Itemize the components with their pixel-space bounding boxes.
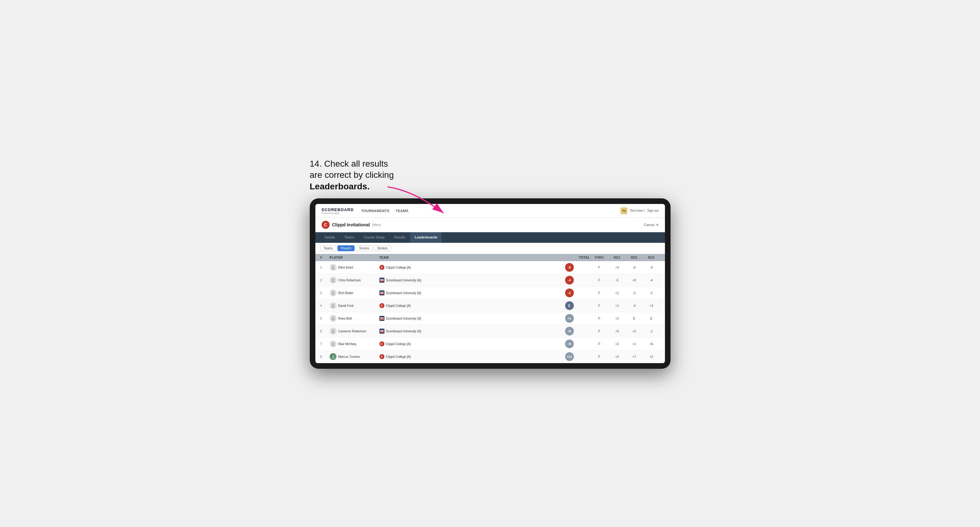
row-rd3: +2: [643, 355, 660, 359]
row-rd3: -1: [643, 330, 660, 333]
row-rank: 2: [320, 279, 330, 282]
team-logo-clippd: C: [379, 341, 384, 346]
row-rd1: +1: [609, 304, 626, 308]
svg-point-11: [332, 330, 334, 332]
row-total: +9: [565, 340, 590, 348]
table-row[interactable]: 4 David Ford C Clippd College [A] E F +1…: [315, 299, 665, 312]
annotation-bold: Leaderboards.: [310, 182, 370, 191]
team-name: Clippd College [A]: [386, 342, 411, 346]
svg-point-3: [332, 279, 334, 281]
row-thru: F: [590, 330, 609, 333]
tournament-header: C Clippd Invitational (Men) Cancel ✕: [315, 217, 665, 232]
filter-players[interactable]: Players: [337, 245, 355, 251]
score-badge: E: [565, 301, 574, 310]
player-name: Blair McHarg: [338, 342, 356, 346]
tablet-frame: SCOREBOARD Powered by clippd TOURNAMENTS…: [310, 198, 671, 369]
row-rd2: +2: [626, 330, 643, 333]
svg-point-6: [331, 294, 335, 295]
tab-results[interactable]: Results: [390, 232, 410, 243]
score-badge: +11: [565, 352, 574, 361]
col-header-team: TEAM: [379, 256, 565, 259]
score-badge: -4: [565, 276, 574, 284]
svg-point-8: [331, 306, 335, 308]
row-rank: 8: [320, 355, 330, 359]
table-row[interactable]: 6 Cameron Robertson Scoreboard Universit…: [315, 325, 665, 338]
col-header-thru: THRU: [590, 256, 609, 259]
row-rd2: +1: [626, 342, 643, 346]
tab-details[interactable]: Details: [320, 232, 340, 243]
row-team: Scoreboard University [A]: [379, 278, 565, 283]
tournament-logo: C: [321, 221, 330, 229]
svg-point-9: [332, 317, 334, 319]
player-name: Elliot Ebert: [338, 266, 353, 269]
tablet-screen: SCOREBOARD Powered by clippd TOURNAMENTS…: [315, 204, 665, 363]
row-rank: 6: [320, 330, 330, 333]
score-badge: -8: [565, 263, 574, 272]
row-total: -2: [565, 289, 590, 297]
row-rank: 3: [320, 291, 330, 295]
annotation-line1: 14. Check all results: [310, 159, 388, 168]
row-team: Scoreboard University [A]: [379, 316, 565, 321]
row-rd2: -2: [626, 291, 643, 295]
table-row[interactable]: 2 Chris Robertson Scoreboard University …: [315, 274, 665, 287]
sign-out-link[interactable]: Sign out: [647, 209, 659, 212]
tab-teams[interactable]: Teams: [340, 232, 359, 243]
row-team: Scoreboard University [A]: [379, 329, 565, 333]
cancel-button[interactable]: Cancel ✕: [644, 223, 659, 227]
row-rd1: +5: [609, 330, 626, 333]
main-nav: TOURNAMENTS TEAMS: [361, 208, 620, 214]
row-rank: 4: [320, 304, 330, 308]
player-name: Rich Butler: [338, 291, 354, 295]
row-team: Scoreboard University [A]: [379, 290, 565, 295]
logo-title: SCOREBOARD: [321, 207, 354, 212]
row-rd1: +1: [609, 291, 626, 295]
table-row[interactable]: 1 Elliot Ebert C Clippd College [A] -8 F…: [315, 261, 665, 274]
player-avatar: [330, 264, 337, 271]
table-body: 1 Elliot Ebert C Clippd College [A] -8 F…: [315, 261, 665, 363]
table-row[interactable]: 8 Marcus Turners C Clippd College [A] +1…: [315, 351, 665, 363]
score-badge: +6: [565, 327, 574, 335]
row-player: Blair McHarg: [330, 340, 379, 347]
row-rd2: -4: [626, 304, 643, 308]
row-player: Chris Robertson: [330, 277, 379, 284]
row-rd1: +3: [609, 266, 626, 269]
team-name: Scoreboard University [A]: [386, 330, 421, 333]
svg-point-13: [332, 342, 334, 344]
row-rank: 7: [320, 342, 330, 346]
svg-point-16: [331, 357, 335, 359]
team-name: Scoreboard University [A]: [386, 279, 421, 282]
row-total: +6: [565, 327, 590, 335]
filter-strokes[interactable]: Strokes: [374, 245, 391, 251]
tournament-title-row: C Clippd Invitational (Men): [321, 221, 381, 229]
col-header-rd2: RD2: [626, 256, 643, 259]
filter-teams[interactable]: Teams: [320, 245, 336, 251]
row-rd2: -6: [626, 266, 643, 269]
score-badge: +9: [565, 340, 574, 348]
table-row[interactable]: 3 Rich Butler Scoreboard University [A] …: [315, 287, 665, 299]
table-row[interactable]: 5 Rees Britt Scoreboard University [A] +…: [315, 312, 665, 325]
row-total: +1: [565, 314, 590, 323]
logo-sub: Powered by clippd: [321, 212, 354, 214]
row-rd3: -5: [643, 266, 660, 269]
row-player: David Ford: [330, 302, 379, 309]
annotation-line2: are correct by clicking: [310, 170, 394, 180]
svg-point-7: [332, 304, 334, 306]
player-name: Chris Robertson: [338, 279, 361, 282]
filter-scores[interactable]: Scores: [356, 245, 372, 251]
col-header-total: TOTAL: [565, 256, 590, 259]
player-name: David Ford: [338, 304, 354, 308]
player-avatar: [330, 289, 337, 296]
team-name: Scoreboard University [A]: [386, 291, 421, 295]
table-row[interactable]: 7 Blair McHarg C Clippd College [A] +9 F…: [315, 338, 665, 351]
tab-course-setup[interactable]: Course Setup: [360, 232, 389, 243]
svg-point-2: [331, 268, 335, 269]
nav-teams[interactable]: TEAMS: [396, 208, 408, 214]
team-name: Scoreboard University [A]: [386, 317, 421, 320]
svg-point-4: [331, 281, 335, 282]
score-badge: -2: [565, 289, 574, 297]
row-rd1: +1: [609, 317, 626, 320]
team-name: Clippd College [A]: [386, 304, 411, 308]
player-avatar: [330, 328, 337, 335]
tab-leaderboards[interactable]: Leaderboards: [410, 232, 442, 243]
nav-tournaments[interactable]: TOURNAMENTS: [361, 208, 390, 214]
